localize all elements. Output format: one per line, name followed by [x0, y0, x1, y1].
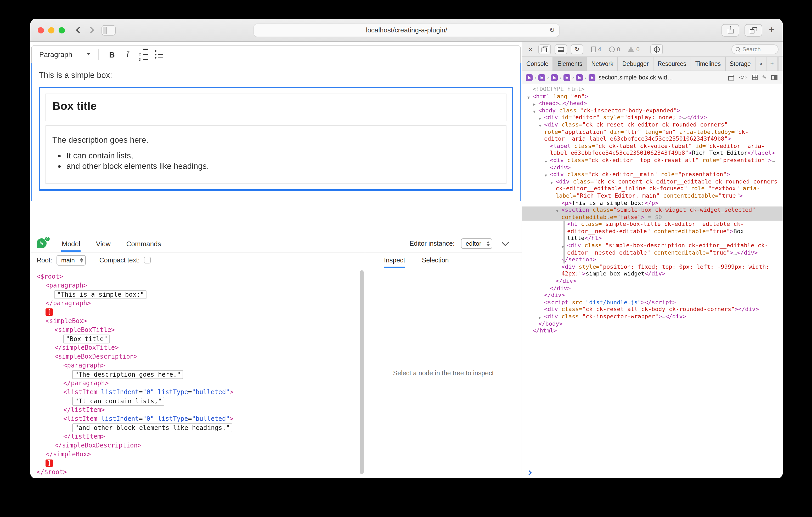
- dom-tree-line[interactable]: ▼<html lang="en">: [522, 93, 783, 100]
- model-tree-line[interactable]: <simpleBox>: [30, 317, 365, 326]
- model-text-node[interactable]: "The description goes here.": [72, 370, 183, 379]
- dom-tree-line[interactable]: ▶<div class="ck-inspector-wrapper">…</di…: [522, 313, 783, 320]
- share-button[interactable]: ↑: [722, 24, 740, 36]
- dom-tree-line[interactable]: </section>: [522, 256, 783, 264]
- model-tree-line[interactable]: "The description goes here.": [30, 370, 365, 379]
- tab-selection[interactable]: Selection: [422, 252, 449, 268]
- simple-box-description[interactable]: The description goes here. It can contai…: [46, 125, 506, 184]
- dom-tree-line[interactable]: <div class="ck ck-reset_all ck-body ck-r…: [522, 306, 783, 313]
- devtools-settings-button[interactable]: ⚙: [778, 57, 783, 70]
- dom-tree-line[interactable]: <p>This is a simple box:</p>: [522, 200, 783, 207]
- model-tree-line[interactable]: <listItem listIndent="0" listType="bulle…: [30, 388, 365, 397]
- close-devtools-button[interactable]: ×: [526, 45, 535, 53]
- dom-tree-line[interactable]: <script src="dist/bundle.js"></script>: [522, 299, 783, 306]
- dom-tree-line[interactable]: ▶<div id="editor" style="display: none;"…: [522, 114, 783, 121]
- tab-model[interactable]: Model: [61, 235, 81, 252]
- model-tree-line[interactable]: <simpleBoxTitle>: [30, 326, 365, 335]
- model-tree-line[interactable]: <paragraph>: [30, 361, 365, 370]
- warnings-badge[interactable]: 0: [628, 46, 640, 52]
- root-select[interactable]: main: [57, 255, 86, 265]
- add-tab-button[interactable]: +: [767, 57, 778, 70]
- print-styles-icon[interactable]: [729, 76, 734, 80]
- disclosure-closed-icon[interactable]: ▶: [545, 158, 547, 165]
- dom-tree-line[interactable]: </html>: [522, 327, 783, 334]
- dom-tree-line[interactable]: </div>: [522, 278, 783, 285]
- model-tree-line[interactable]: </paragraph>: [30, 299, 365, 308]
- paragraph-text[interactable]: This is a simple box:: [39, 70, 513, 80]
- tab-inspect[interactable]: Inspect: [384, 252, 405, 268]
- back-button[interactable]: [73, 24, 85, 36]
- dom-tree-line[interactable]: <!DOCTYPE html>: [522, 86, 783, 93]
- model-tree-line[interactable]: </listItem>: [30, 406, 365, 415]
- element-badge[interactable]: E: [563, 74, 570, 81]
- tab-debugger[interactable]: Debugger: [618, 57, 654, 70]
- model-text-node[interactable]: "and other block elements like headings.…: [72, 423, 232, 432]
- model-tree-line[interactable]: </$root>: [30, 468, 365, 477]
- element-picker-button[interactable]: [650, 44, 663, 54]
- grid-overlay-icon[interactable]: [752, 75, 757, 80]
- tab-network[interactable]: Network: [587, 57, 618, 70]
- dom-tree-line[interactable]: ▼<div class="ck ck-reset ck-editor ck-ro…: [522, 121, 783, 143]
- forward-button[interactable]: [85, 24, 96, 36]
- edit-styles-icon[interactable]: ✎: [762, 75, 766, 80]
- model-tree-line[interactable]: "It can contain lists,": [30, 397, 365, 406]
- element-badge[interactable]: E: [588, 74, 596, 81]
- dom-tree-line[interactable]: </div>: [522, 285, 783, 292]
- disclosure-open-icon[interactable]: ▼: [550, 179, 553, 186]
- dom-tree-line[interactable]: ▶<div class="simple-box-description ck-e…: [522, 242, 783, 256]
- rich-text-editable[interactable]: This is a simple box: Box title The desc…: [31, 63, 521, 201]
- model-text-node[interactable]: "This is a simple box:": [54, 290, 146, 299]
- model-tree-line[interactable]: ]: [30, 459, 365, 468]
- dom-tree-line[interactable]: <label class="ck ck-label ck-voice-label…: [522, 143, 783, 157]
- italic-button[interactable]: I: [120, 48, 136, 61]
- scrollbar[interactable]: [360, 270, 364, 474]
- sidebar-toggle-button[interactable]: [102, 25, 116, 35]
- breadcrumb-selected-node[interactable]: section.simple-box.ck-wid…: [599, 74, 673, 81]
- simple-box-widget[interactable]: Box title The description goes here. It …: [39, 87, 513, 191]
- element-badge[interactable]: E: [576, 74, 583, 81]
- model-text-node[interactable]: "Box title": [63, 334, 110, 343]
- model-tree-line[interactable]: <listItem listIndent="0" listType="bulle…: [30, 415, 365, 423]
- model-tree-line[interactable]: </simpleBoxTitle>: [30, 343, 365, 352]
- model-tree-line[interactable]: </simpleBox>: [30, 450, 365, 459]
- zoom-window-button[interactable]: [59, 27, 65, 33]
- close-window-button[interactable]: [38, 27, 44, 33]
- dom-tree-line[interactable]: <h1 class="simple-box-title ck-editor__e…: [522, 221, 783, 242]
- model-tree-line[interactable]: "and other block elements like headings.…: [30, 423, 365, 432]
- reload-icon[interactable]: ↻: [549, 26, 555, 34]
- dom-tree-line[interactable]: ▼<div class="ck ck-editor__main" role="p…: [522, 171, 783, 178]
- model-tree-line[interactable]: </listItem>: [30, 432, 365, 441]
- editor-instance-select[interactable]: editor: [461, 238, 492, 249]
- model-tree-line[interactable]: "Box title": [30, 335, 365, 343]
- paragraph-style-dropdown[interactable]: Paragraph: [37, 51, 92, 58]
- simple-box-title[interactable]: Box title: [46, 94, 506, 121]
- tab-commands[interactable]: Commands: [126, 235, 162, 252]
- list-item[interactable]: It can contain lists,: [66, 151, 500, 161]
- minimize-window-button[interactable]: [48, 27, 54, 33]
- tab-overview-button[interactable]: [745, 24, 762, 36]
- tab-view[interactable]: View: [95, 235, 111, 252]
- model-tree-line[interactable]: <simpleBoxDescription>: [30, 352, 365, 361]
- element-badge[interactable]: E: [551, 74, 558, 81]
- collapse-inspector-button[interactable]: [502, 239, 509, 246]
- dom-tree-line[interactable]: </div>: [522, 292, 783, 299]
- bold-button[interactable]: B: [104, 48, 120, 61]
- more-tabs-button[interactable]: »: [755, 57, 767, 70]
- issues-badge[interactable]: i 0: [609, 46, 620, 52]
- model-tree-line[interactable]: </paragraph>: [30, 379, 365, 388]
- bulleted-list-button[interactable]: [151, 48, 167, 61]
- tab-console[interactable]: Console: [522, 57, 553, 70]
- split-view-icon[interactable]: [771, 75, 778, 80]
- reload-page-button[interactable]: ↻: [571, 44, 583, 54]
- model-tree-line[interactable]: </simpleBoxDescription>: [30, 441, 365, 450]
- disclosure-open-icon[interactable]: ▼: [539, 122, 541, 129]
- model-tree-line[interactable]: [: [30, 308, 365, 317]
- tab-elements[interactable]: Elements: [553, 57, 587, 70]
- disclosure-open-icon[interactable]: ▼: [556, 208, 558, 215]
- model-tree-line[interactable]: "This is a simple box:": [30, 290, 365, 299]
- model-tree-line[interactable]: <$root>: [30, 272, 365, 281]
- element-badge[interactable]: E: [539, 74, 545, 81]
- dom-tree-line[interactable]: <div style="position: fixed; top: 0px; l…: [522, 264, 783, 278]
- dom-tree-line-selected[interactable]: ▼<section class="simple-box ck-widget ck…: [522, 207, 783, 221]
- tab-timelines[interactable]: Timelines: [691, 57, 726, 70]
